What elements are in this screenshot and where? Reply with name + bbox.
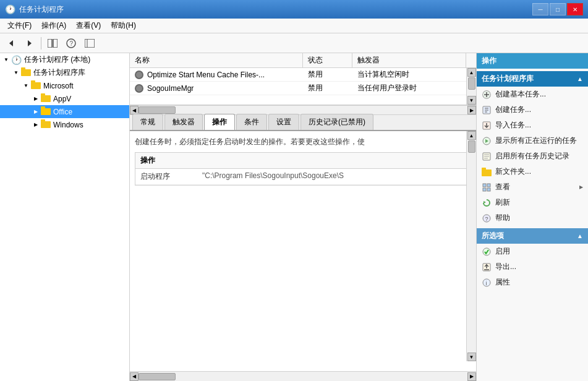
task-status-icon-2	[135, 84, 143, 93]
extra-button[interactable]	[81, 35, 98, 51]
svg-rect-33	[482, 169, 492, 176]
back-button[interactable]	[2, 35, 20, 51]
action-export[interactable]: 导出...	[477, 259, 588, 275]
app-icon: 🕐	[5, 4, 15, 14]
help-action-icon: ?	[482, 213, 492, 223]
svg-rect-35	[483, 184, 486, 187]
menu-view[interactable]: 查看(V)	[71, 19, 106, 32]
svg-rect-38	[487, 188, 490, 191]
tree-root[interactable]: ▼ 🕐 任务计划程序 (本地)	[0, 53, 129, 66]
action-enable[interactable]: 启用	[477, 244, 588, 259]
svg-rect-36	[487, 184, 490, 187]
detail-h-scroll-thumb[interactable]	[138, 373, 176, 380]
action-create-task[interactable]: 创建任务...	[477, 102, 588, 118]
expand-icon-library: ▼	[12, 69, 20, 77]
tab-bar: 常规 触发器 操作 条件 设置 历史记录(已禁用)	[130, 115, 476, 131]
enable-icon	[482, 247, 492, 257]
ops-detail-1: "C:\Program Files\SogouInput\SogouExe\S	[202, 171, 466, 182]
tree-microsoft[interactable]: ▼ Microsoft	[0, 79, 129, 92]
menu-bar: 文件(F) 操作(A) 查看(V) 帮助(H)	[0, 19, 588, 33]
tree-office[interactable]: ▶ Office	[0, 105, 129, 118]
svg-rect-8	[21, 69, 31, 76]
task-row-2[interactable]: SogouImeMgr 禁用 当任何用户登录时	[130, 82, 476, 95]
scroll-down-btn[interactable]: ▼	[467, 96, 476, 105]
scroll-thumb-tasks[interactable]	[468, 77, 475, 90]
detail-scroll-right[interactable]: ▶	[467, 372, 476, 381]
svg-rect-3	[53, 39, 58, 48]
right-header-selected: 所选项 ▲	[477, 228, 588, 244]
title-controls: ─ □ ✕	[532, 3, 583, 15]
svg-text:?: ?	[70, 40, 74, 47]
h-scroll-detail[interactable]: ◀ ▶	[130, 371, 476, 381]
tab-conditions[interactable]: 条件	[236, 114, 267, 130]
menu-file[interactable]: 文件(F)	[2, 19, 36, 32]
task-row-1[interactable]: Optimize Start Menu Cache Files-... 禁用 当…	[130, 68, 476, 82]
svg-rect-34	[482, 168, 486, 170]
minimize-button[interactable]: ─	[532, 3, 548, 15]
ops-row-1[interactable]: 启动程序 "C:\Program Files\SogouInput\SogouE…	[135, 169, 471, 185]
expand-icon-win: ▶	[32, 121, 40, 129]
action-view[interactable]: 查看	[477, 179, 588, 195]
task-list-header: 名称 状态 触发器	[130, 53, 476, 68]
refresh-icon	[482, 198, 492, 208]
new-folder-icon	[482, 167, 492, 177]
action-help[interactable]: ? 帮助	[477, 210, 588, 226]
help-button[interactable]: ?	[62, 35, 80, 51]
title-text: 任务计划程序	[19, 4, 64, 15]
tree-windows[interactable]: ▶ Windows	[0, 118, 129, 131]
detail-scroll-left[interactable]: ◀	[130, 372, 138, 381]
detail-scroll-up[interactable]: ▲	[467, 131, 476, 140]
tab-settings[interactable]: 设置	[268, 114, 299, 130]
detail-scroll-thumb[interactable]	[468, 140, 475, 153]
action-enable-history[interactable]: 启用所有任务历史记录	[477, 148, 588, 164]
task-status-1: 禁用	[303, 68, 352, 81]
action-new-folder[interactable]: 新文件夹...	[477, 164, 588, 179]
h-scroll-tasks[interactable]: ◀ ▶	[130, 105, 476, 115]
tab-triggers[interactable]: 触发器	[164, 114, 203, 130]
scroll-right-btn[interactable]: ▶	[467, 106, 476, 114]
action-create-basic[interactable]: 创建基本任务...	[477, 87, 588, 102]
task-status-2: 禁用	[303, 82, 352, 95]
action-import-task[interactable]: 导入任务...	[477, 118, 588, 133]
create-task-icon	[482, 105, 492, 115]
title-bar-left: 🕐 任务计划程序	[5, 4, 64, 15]
right-header-main: 操作	[477, 53, 588, 69]
svg-rect-11	[31, 80, 35, 83]
center-panel: 名称 状态 触发器 Optimize Start Menu Cache File…	[130, 53, 477, 381]
menu-help[interactable]: 帮助(H)	[106, 19, 141, 32]
scroll-left-btn[interactable]: ◀	[130, 106, 138, 114]
tree-library[interactable]: ▼ 任务计划程序库	[0, 66, 129, 79]
detail-description: 创建任务时，必须指定任务启动时发生的操作。若要更改这些操作，使	[135, 136, 471, 147]
folder-ms-icon	[31, 80, 41, 91]
menu-action[interactable]: 操作(A)	[36, 19, 71, 32]
toolbar-separator-1	[41, 37, 41, 49]
folder-office-icon	[41, 106, 51, 117]
svg-rect-14	[41, 108, 51, 115]
tab-history[interactable]: 历史记录(已禁用)	[300, 114, 373, 130]
h-scroll-thumb[interactable]	[138, 106, 176, 114]
svg-rect-13	[41, 93, 45, 96]
section-collapse-icon: ▲	[577, 75, 583, 82]
tab-general[interactable]: 常规	[132, 114, 163, 130]
tree-appv[interactable]: ▶ AppV	[0, 92, 129, 105]
close-button[interactable]: ✕	[567, 3, 583, 15]
task-status-icon-1	[135, 71, 143, 79]
svg-rect-12	[41, 95, 51, 102]
enable-history-icon	[482, 152, 492, 161]
action-refresh[interactable]: 刷新	[477, 195, 588, 210]
maximize-button[interactable]: □	[550, 3, 566, 15]
show-running-icon	[482, 136, 492, 146]
svg-marker-0	[9, 40, 13, 46]
show-hide-button[interactable]	[44, 35, 61, 51]
action-properties[interactable]: i 属性	[477, 275, 588, 290]
tab-actions[interactable]: 操作	[204, 114, 235, 130]
ops-table: 操作 启动程序 "C:\Program Files\SogouInput\Sog…	[135, 152, 471, 186]
detail-scroll-down[interactable]: ▼	[467, 353, 476, 361]
task-list[interactable]: Optimize Start Menu Cache Files-... 禁用 当…	[130, 68, 476, 105]
action-show-running[interactable]: 显示所有正在运行的任务	[477, 133, 588, 148]
forward-button[interactable]	[21, 35, 38, 51]
import-task-icon	[482, 121, 492, 131]
col-header-trigger: 触发器	[352, 53, 466, 67]
scroll-up-btn[interactable]: ▲	[467, 68, 476, 77]
detail-area: ▲ ▼ 创建任务时，必须指定任务启动时发生的操作。若要更改这些操作，使 操作 启…	[130, 131, 476, 371]
